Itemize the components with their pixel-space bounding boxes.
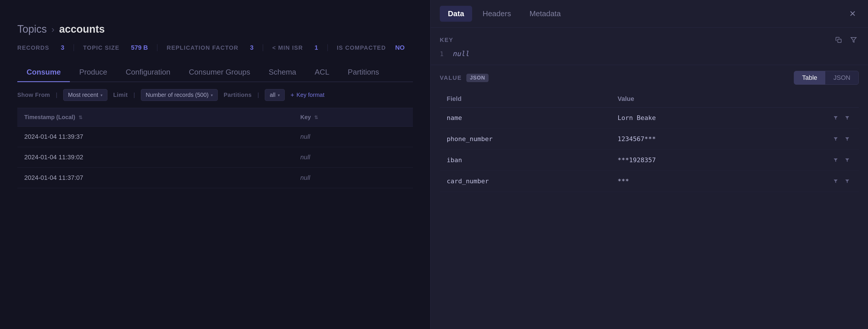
topic-size-value: 579 B	[131, 44, 148, 52]
close-button[interactable]: ✕	[846, 7, 859, 20]
key-format-button[interactable]: + Key format	[290, 91, 324, 99]
breadcrumb-separator: ›	[52, 24, 55, 35]
value-section-label: VALUE	[440, 75, 462, 81]
field-table-container: Field Value name Lorn Beake phone_number	[440, 90, 859, 323]
left-panel: Topics › accounts RECORDS 3 TOPIC SIZE 5…	[0, 0, 430, 329]
main-tabs: Consume Produce Configuration Consumer G…	[17, 63, 413, 82]
tab-partitions[interactable]: Partitions	[338, 63, 388, 82]
tab-schema[interactable]: Schema	[259, 63, 305, 82]
row-filter-include-icon[interactable]	[831, 134, 840, 144]
cell-key: null	[293, 127, 413, 147]
limit-chevron: ▾	[211, 93, 213, 98]
field-row-actions	[760, 171, 859, 192]
min-isr-value: 1	[314, 44, 318, 52]
copy-key-icon[interactable]	[833, 35, 844, 45]
show-from-label: Show From	[17, 92, 50, 98]
table-row[interactable]: 2024-01-04 11:39:02 null	[17, 147, 413, 168]
filter-key-icon[interactable]	[848, 35, 859, 45]
topic-size-label: TOPIC SIZE	[83, 45, 120, 51]
field-col-header: Field	[440, 90, 611, 108]
breadcrumb: Topics › accounts	[17, 23, 413, 35]
field-row-actions	[760, 108, 859, 129]
field-row: name Lorn Beake	[440, 108, 859, 129]
svg-marker-5	[834, 180, 837, 183]
field-value: Lorn Beake	[611, 108, 760, 129]
toggle-table[interactable]: Table	[794, 71, 826, 84]
col-key[interactable]: Key ⇅	[293, 108, 413, 127]
stat-divider-4	[328, 44, 328, 51]
limit-label: Limit	[113, 92, 128, 98]
table-row[interactable]: 2024-01-04 11:39:37 null	[17, 127, 413, 147]
replication-factor-label: REPLICATION FACTOR	[166, 45, 238, 51]
tab-produce[interactable]: Produce	[70, 63, 116, 82]
show-from-value: Most recent	[68, 92, 98, 98]
partitions-select[interactable]: all ▾	[265, 89, 285, 101]
stat-divider-3	[263, 44, 263, 51]
records-label: RECORDS	[17, 45, 50, 51]
toggle-json[interactable]: JSON	[825, 71, 859, 84]
field-name: name	[440, 108, 611, 129]
value-label-group: VALUE JSON	[440, 74, 489, 82]
key-line-number: 1	[440, 50, 447, 57]
row-filter-exclude-icon[interactable]	[843, 113, 852, 122]
key-format-label: Key format	[297, 92, 324, 98]
row-filter-exclude-icon[interactable]	[843, 176, 852, 186]
table-row[interactable]: 2024-01-04 11:37:07 null	[17, 168, 413, 188]
svg-rect-0	[838, 39, 841, 43]
breadcrumb-parent[interactable]: Topics	[17, 23, 47, 35]
key-section-header: KEY	[440, 35, 859, 45]
row-filter-include-icon[interactable]	[831, 113, 840, 122]
key-section-actions	[833, 35, 859, 45]
key-content: null	[453, 50, 469, 58]
cell-timestamp: 2024-01-04 11:39:37	[17, 127, 293, 147]
data-table: Timestamp (Local) ⇅ Key ⇅ 2024-01-04 11:…	[17, 108, 413, 188]
value-col-header: Value	[611, 90, 760, 108]
key-section-label: KEY	[440, 37, 453, 44]
cell-timestamp: 2024-01-04 11:39:02	[17, 147, 293, 168]
partitions-chevron: ▾	[278, 93, 280, 98]
field-name: card_number	[440, 171, 611, 192]
min-isr-label: < MIN ISR	[272, 45, 303, 51]
tab-consume[interactable]: Consume	[17, 63, 70, 82]
field-value: ***1928357	[611, 150, 760, 171]
key-format-plus-icon: +	[290, 91, 294, 99]
svg-marker-4	[834, 159, 837, 162]
tab-acl[interactable]: ACL	[306, 63, 339, 82]
limit-value: Number of records (500)	[146, 92, 209, 98]
col-timestamp[interactable]: Timestamp (Local) ⇅	[17, 108, 293, 127]
stat-divider-2	[157, 44, 157, 51]
detail-panel-tabs: Data Headers Metadata ✕	[431, 0, 868, 28]
detail-tab-data[interactable]: Data	[440, 6, 472, 22]
show-from-chevron: ▾	[100, 93, 102, 98]
row-filter-include-icon[interactable]	[831, 156, 840, 165]
tab-configuration[interactable]: Configuration	[116, 63, 180, 82]
field-row: card_number ***	[440, 171, 859, 192]
close-icon: ✕	[849, 9, 856, 19]
field-row: iban ***1928357	[440, 150, 859, 171]
svg-marker-2	[834, 116, 837, 120]
field-name: iban	[440, 150, 611, 171]
field-value: 1234567***	[611, 129, 760, 150]
key-section: KEY 1 null	[431, 28, 868, 65]
detail-tab-metadata[interactable]: Metadata	[522, 6, 569, 22]
partitions-label: Partitions	[223, 92, 251, 98]
is-compacted-label: IS COMPACTED	[337, 45, 386, 51]
show-from-select[interactable]: Most recent ▾	[63, 89, 107, 101]
replication-factor-value: 3	[250, 44, 253, 52]
row-filter-include-icon[interactable]	[831, 176, 840, 186]
field-row: phone_number 1234567***	[440, 129, 859, 150]
view-toggle: Table JSON	[794, 71, 859, 85]
breadcrumb-current: accounts	[59, 23, 105, 35]
row-filter-exclude-icon[interactable]	[843, 134, 852, 144]
field-value: ***	[611, 171, 760, 192]
detail-tab-headers[interactable]: Headers	[474, 6, 519, 22]
field-row-actions	[760, 150, 859, 171]
svg-marker-1	[851, 37, 856, 43]
limit-select[interactable]: Number of records (500) ▾	[141, 89, 218, 101]
filters-row: Show From | Most recent ▾ Limit | Number…	[17, 82, 413, 108]
is-compacted-value: NO	[395, 44, 405, 52]
partitions-value: all	[270, 92, 276, 98]
tab-consumer-groups[interactable]: Consumer Groups	[180, 63, 259, 82]
svg-marker-3	[834, 137, 837, 141]
row-filter-exclude-icon[interactable]	[843, 156, 852, 165]
